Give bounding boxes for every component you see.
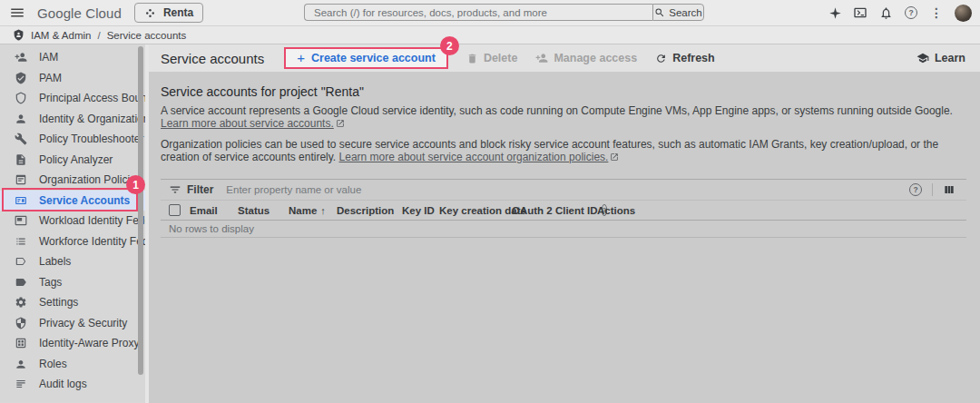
sidebar-item-principal-access-boundaries[interactable]: Principal Access Boun... [0,88,145,109]
service-account-card-icon [15,194,27,207]
search-button[interactable]: Search [652,4,704,21]
sidebar-item-tags[interactable]: Tags [0,272,145,293]
filter-icon [169,183,181,196]
description-paragraph-2: Organization policies can be used to sec… [161,138,966,164]
filter-help-icon[interactable]: ? [909,183,922,196]
card-icon [15,214,27,227]
sidebar-item-policy-troubleshooter[interactable]: Policy Troubleshooter [0,129,145,150]
learn-more-service-accounts-link[interactable]: Learn more about service accounts. [161,117,334,130]
filter-label: Filter [187,183,213,196]
external-link-icon [610,152,619,164]
content-area: Service accounts for project "Renta" A s… [149,84,980,238]
section-heading: Service accounts for project "Renta" [161,84,966,99]
sidebar-item-identity-aware-proxy[interactable]: Identity-Aware Proxy [0,333,145,354]
breadcrumb-separator: / [97,30,100,41]
more-vert-icon[interactable]: ⋮ [929,5,944,20]
column-display-icon[interactable] [943,183,956,196]
column-header-oauth-client-id[interactable]: OAuth 2 Client ID? [505,204,590,216]
refresh-button[interactable]: Refresh [655,52,715,64]
sidebar-item-workload-identity-federation[interactable]: Workload Identity Fede... [0,211,145,231]
sidebar-item-identity-organization[interactable]: Identity & Organization [0,109,145,130]
delete-button[interactable]: Delete [466,52,518,64]
breadcrumb-section[interactable]: IAM & Admin [31,30,91,41]
table-filter-row: Filter ? [161,180,966,201]
breadcrumb-page: Service accounts [107,30,187,41]
graduation-cap-icon [916,52,929,64]
filter-input[interactable] [224,183,909,196]
user-avatar[interactable] [955,5,972,22]
select-all-cell [161,204,182,216]
grid-icon [15,337,27,349]
gcp-console-window: Google Cloud Renta Search [0,0,980,403]
learn-button[interactable]: Learn [916,52,965,64]
page-toolbar: Service accounts + Create service accoun… [149,44,980,72]
refresh-icon [655,53,667,64]
wrench-icon [15,133,27,145]
column-header-actions: Actions [590,205,966,216]
sidebar-item-pam[interactable]: PAM [0,68,145,89]
plus-icon: + [297,52,305,64]
table-header-row: Email Status Name↑ Description Key ID Ke… [161,201,966,221]
person-icon [15,113,27,125]
external-link-icon [336,118,345,131]
learn-more-org-policies-link[interactable]: Learn more about service account organiz… [339,151,609,163]
sidebar-nav-list: IAM PAM Principal Access Boun... Identit… [0,47,145,395]
service-accounts-table: Filter ? Email Status Name↑ Description … [161,179,966,238]
list-icon [15,235,27,248]
iam-admin-sidebar: IAM PAM Principal Access Boun... Identit… [0,44,145,403]
google-cloud-logo: Google Cloud [37,5,122,21]
create-service-account-button[interactable]: + Create service account 2 [284,47,448,69]
sidebar-item-privacy-security[interactable]: Privacy & Security [0,313,145,334]
person-badge-icon [15,358,27,370]
annotation-badge-step2: 2 [440,36,459,55]
gear-icon [15,296,27,309]
search-icon [654,7,665,18]
shield-check-icon [15,72,27,84]
sidebar-item-policy-analyzer[interactable]: Policy Analyzer [0,150,145,171]
trash-icon [466,53,478,64]
column-header-description[interactable]: Description [329,205,395,216]
column-header-key-id[interactable]: Key ID [395,205,432,216]
project-selector-button[interactable]: Renta [134,3,203,23]
breadcrumb: IAM & Admin / Service accounts [0,26,980,44]
person-add-icon [535,52,548,64]
person-add-icon [15,51,27,64]
sidebar-item-labels[interactable]: Labels [0,251,145,272]
project-name: Renta [163,6,193,19]
vertical-separator [932,183,933,196]
sidebar-item-settings[interactable]: Settings [0,292,145,313]
iam-admin-shield-icon [13,29,24,41]
notifications-bell-icon[interactable] [878,5,893,20]
column-header-name[interactable]: Name↑ [281,205,329,216]
main-content: Service accounts + Create service accoun… [149,44,980,403]
search-input[interactable] [304,4,652,21]
column-header-email[interactable]: Email [182,205,230,216]
column-header-key-creation-date[interactable]: Key creation date [432,205,505,216]
sidebar-item-audit-logs[interactable]: Audit logs [0,374,145,395]
sidebar-scrollbar[interactable] [138,46,143,375]
sidebar-item-service-accounts[interactable]: Service Accounts [0,191,145,211]
sidebar-item-iam[interactable]: IAM [0,47,145,68]
menu-icon[interactable] [9,5,25,21]
shield-outline-icon [15,92,27,104]
cloud-shell-icon[interactable] [853,5,867,20]
sidebar-item-roles[interactable]: Roles [0,354,145,375]
filter-row-actions: ? [909,183,956,196]
topbar-icon-group: ? ⋮ [828,0,972,25]
shield-half-icon [15,317,27,329]
search-button-label: Search [669,7,701,18]
board-icon [15,173,27,186]
select-all-checkbox[interactable] [169,204,181,216]
label-outline-icon [15,255,27,268]
sidebar-item-organization-policies[interactable]: Organization Policies [0,170,145,191]
manage-access-button[interactable]: Manage access [535,52,637,64]
sort-arrow-icon: ↑ [320,205,326,216]
page-title: Service accounts [161,51,264,66]
table-empty-row: No rows to display [161,221,966,238]
project-switcher-icon [144,7,156,19]
help-icon[interactable]: ? [904,5,918,20]
sidebar-item-workforce-identity-federation[interactable]: Workforce Identity Fed... [0,231,145,252]
description-paragraph-1: A service account represents a Google Cl… [161,104,966,131]
column-header-status[interactable]: Status [230,205,281,216]
gemini-sparkle-icon[interactable] [828,5,842,20]
